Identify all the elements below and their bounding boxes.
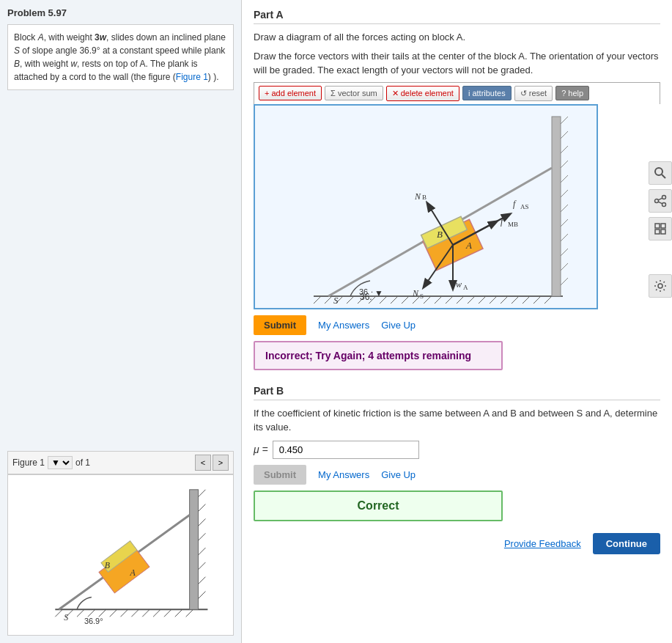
svg-point-93 — [662, 203, 666, 207]
svg-point-91 — [662, 196, 666, 199]
part-b-description: If the coefficient of kinetic friction i… — [254, 406, 660, 435]
left-panel: Problem 5.97 Block A, with weight 3w, sl… — [0, 0, 242, 643]
svg-text:AS: AS — [520, 203, 529, 210]
help-button[interactable]: ? help — [555, 86, 589, 100]
svg-rect-15 — [190, 490, 199, 610]
reset-button[interactable]: ↺ reset — [514, 86, 553, 101]
svg-line-90 — [662, 174, 665, 178]
svg-text:A: A — [465, 240, 472, 251]
label-A: A — [129, 567, 136, 578]
mu-input[interactable] — [273, 441, 419, 459]
figure-link[interactable]: Figure 1 — [176, 72, 208, 82]
svg-text:N: N — [414, 191, 421, 202]
add-element-button[interactable]: + add element — [259, 86, 322, 100]
svg-text:▼: ▼ — [374, 288, 383, 298]
problem-text: Block A, with weight 3w, slides down an … — [14, 32, 226, 82]
figure-nav: < > — [195, 455, 229, 471]
part-a-section: Part A Draw a diagram of all the forces … — [254, 9, 660, 370]
figure-svg: B A S 36.9° — [8, 475, 233, 635]
part-a-instruction2: Draw the force vectors with their tails … — [254, 49, 660, 78]
svg-point-100 — [658, 284, 662, 288]
svg-text:A: A — [463, 284, 468, 291]
part-b-submit-button[interactable]: Submit — [254, 465, 306, 485]
part-b-my-answers-link[interactable]: My Answers — [318, 469, 369, 480]
window-icon-btn[interactable] — [649, 217, 672, 240]
delete-element-button[interactable]: ✕ delete element — [386, 86, 459, 101]
force-diagram-svg: B A 36. ▼ S — [255, 106, 598, 309]
figure-diagram: B A S 36.9° — [7, 474, 234, 636]
svg-rect-27 — [255, 106, 598, 309]
mu-label: μ = — [254, 444, 268, 455]
part-a-give-up-link[interactable]: Give Up — [381, 320, 416, 331]
problem-description: Block A, with weight 3w, slides down an … — [7, 24, 234, 90]
figure-section: Figure 1 ▼ of 1 < > — [7, 451, 234, 636]
part-b-input-row: μ = — [254, 441, 660, 459]
provide-feedback-button[interactable]: Provide Feedback — [504, 538, 581, 549]
search-icon-btn[interactable] — [649, 161, 672, 185]
label-S: S — [64, 612, 68, 622]
svg-text:.: . — [371, 285, 373, 294]
figure-select[interactable]: ▼ — [48, 456, 73, 469]
share-icon-btn[interactable] — [649, 189, 672, 213]
svg-line-95 — [658, 202, 662, 204]
part-b-give-up-link[interactable]: Give Up — [381, 469, 416, 480]
svg-point-92 — [655, 199, 659, 203]
part-a-submit-row: Submit My Answers Give Up — [254, 315, 660, 335]
part-b-correct-box: Correct — [254, 490, 503, 521]
svg-rect-51 — [552, 117, 561, 296]
figure-header: Figure 1 ▼ of 1 < > — [7, 451, 234, 474]
drawing-area[interactable]: B A 36. ▼ S — [254, 104, 598, 309]
part-b-section: Part B If the coefficient of kinetic fri… — [254, 385, 660, 554]
svg-text:B: B — [422, 194, 427, 201]
right-panel: Part A Draw a diagram of all the forces … — [242, 0, 672, 643]
vector-sum-button[interactable]: Σ vector sum — [325, 86, 383, 100]
svg-line-94 — [658, 198, 662, 200]
part-a-instruction1: Draw a diagram of all the forces acting … — [254, 30, 660, 45]
problem-title: Problem 5.97 — [7, 7, 234, 18]
svg-rect-98 — [655, 229, 660, 234]
svg-text:MB: MB — [508, 221, 518, 228]
part-b-title: Part B — [254, 385, 660, 400]
svg-rect-99 — [661, 229, 665, 234]
attributes-button[interactable]: i attributes — [462, 86, 512, 100]
svg-point-89 — [655, 168, 662, 175]
drawing-toolbar: + add element Σ vector sum ✕ delete elem… — [254, 82, 660, 104]
footer-row: Provide Feedback Continue — [254, 533, 660, 554]
figure-prev-button[interactable]: < — [195, 455, 211, 471]
part-a-status-box: Incorrect; Try Again; 4 attempts remaini… — [254, 341, 503, 370]
svg-rect-96 — [655, 224, 660, 228]
svg-text:36: 36 — [359, 287, 368, 296]
settings-icon-btn[interactable] — [649, 274, 672, 298]
svg-rect-97 — [661, 224, 665, 228]
label-angle: 36.9° — [84, 617, 103, 625]
part-a-title: Part A — [254, 9, 660, 24]
continue-button[interactable]: Continue — [593, 533, 660, 554]
side-icons-container — [649, 161, 672, 298]
figure-next-button[interactable]: > — [213, 455, 229, 471]
svg-text:w: w — [456, 279, 462, 290]
figure-label: Figure 1 — [12, 458, 45, 468]
svg-text:S: S — [420, 293, 424, 300]
figure-of: of 1 — [75, 458, 90, 468]
part-b-submit-row: Submit My Answers Give Up — [254, 465, 660, 485]
svg-text:N: N — [412, 288, 419, 298]
part-a-my-answers-link[interactable]: My Answers — [318, 320, 369, 331]
part-a-submit-button[interactable]: Submit — [254, 315, 306, 335]
svg-text:S: S — [333, 295, 339, 306]
label-B: B — [105, 560, 110, 570]
svg-text:B: B — [437, 229, 443, 240]
